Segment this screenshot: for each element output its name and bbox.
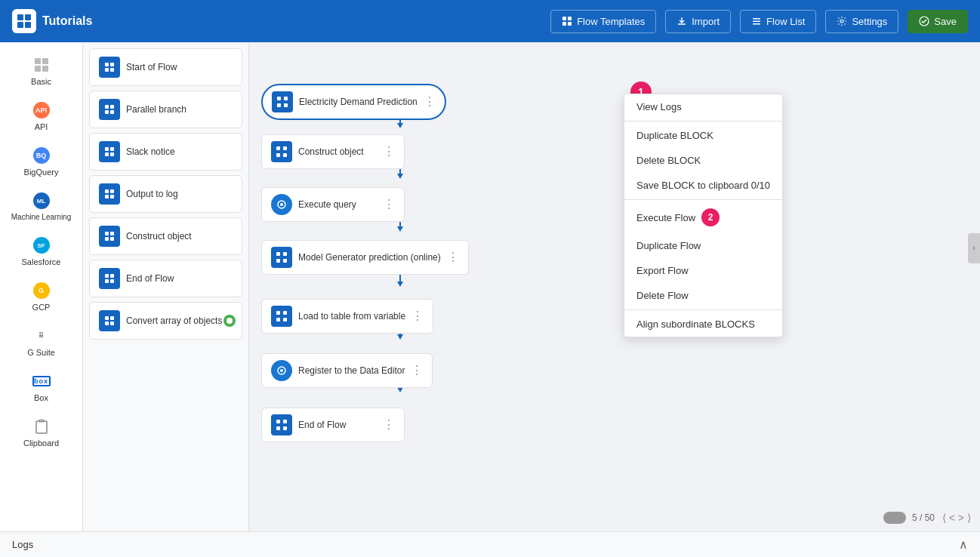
sidebar-item-box[interactable]: box Box — [0, 365, 82, 410]
svg-rect-28 — [110, 147, 114, 151]
menu-delete-flow[interactable]: Delete Flow — [624, 283, 782, 308]
menu-duplicate-flow[interactable]: Duplicate Flow — [624, 233, 782, 258]
svg-rect-80 — [276, 420, 280, 423]
node-end[interactable]: End of Flow ⋮ — [261, 408, 405, 442]
execute-query-label: Execute query — [298, 199, 377, 210]
block-parallel-branch[interactable]: Parallel branch — [89, 91, 242, 128]
svg-rect-10 — [753, 23, 760, 25]
sidebar-item-gcp[interactable]: G GCP — [0, 274, 82, 319]
prev-page-icon[interactable]: < — [949, 512, 955, 524]
last-page-icon[interactable]: ⟩ — [967, 512, 971, 524]
block-convert-array[interactable]: Convert array of objects — [89, 302, 242, 340]
svg-rect-73 — [283, 259, 287, 263]
sidebar-gcp-label: GCP — [32, 303, 51, 312]
svg-rect-67 — [283, 153, 287, 157]
execute-query-menu-dots[interactable]: ⋮ — [383, 198, 395, 211]
register-menu-dots[interactable]: ⋮ — [411, 365, 423, 377]
svg-rect-66 — [276, 153, 280, 157]
page-counter: 5 / 50 — [883, 512, 935, 524]
sidebar-clipboard-label: Clipboard — [23, 439, 59, 448]
svg-rect-9 — [753, 21, 760, 23]
menu-save-block-clipboard[interactable]: Save BLOCK to clipboard 0/10 — [624, 173, 782, 198]
end-of-flow-menu-dots[interactable]: ⋮ — [383, 419, 395, 431]
node-execute-query[interactable]: Execute query ⋮ — [261, 187, 405, 222]
menu-view-logs[interactable]: View Logs — [624, 94, 782, 119]
menu-delete-block[interactable]: Delete BLOCK — [624, 148, 782, 173]
node-construct1[interactable]: Construct object ⋮ — [261, 134, 405, 169]
construct1-menu-dots[interactable]: ⋮ — [383, 146, 395, 158]
svg-rect-44 — [110, 316, 114, 320]
svg-rect-36 — [110, 232, 114, 235]
svg-rect-60 — [277, 97, 281, 100]
sidebar-item-api[interactable]: API API — [0, 94, 82, 139]
api-icon: API — [32, 101, 51, 119]
svg-rect-71 — [283, 252, 287, 256]
sidebar-api-label: API — [35, 122, 48, 131]
page-info: 5 / 50 — [912, 512, 935, 523]
menu-align-blocks[interactable]: Align subordinate BLOCKS — [624, 312, 782, 337]
svg-rect-37 — [105, 237, 109, 241]
sidebar-item-machine-learning[interactable]: ML Machine Learning — [0, 184, 82, 229]
svg-rect-75 — [283, 311, 287, 315]
first-page-icon[interactable]: ⟨ — [942, 512, 946, 524]
save-button[interactable]: Save — [908, 10, 968, 33]
svg-rect-27 — [105, 147, 109, 151]
menu-execute-flow[interactable]: Execute Flow 2 — [624, 202, 782, 233]
context-menu: View Logs Duplicate BLOCK Delete BLOCK S… — [624, 94, 783, 337]
block-construct-object[interactable]: Construct object — [89, 217, 242, 255]
flow-templates-label: Flow Templates — [577, 16, 645, 27]
load-table-menu-dots[interactable]: ⋮ — [411, 310, 424, 322]
block-slack-notice[interactable]: Slack notice — [89, 133, 242, 171]
block-end-label: End of Flow — [126, 273, 174, 284]
svg-rect-26 — [110, 110, 114, 114]
block-start-label: Start of Flow — [126, 62, 177, 72]
logs-chevron-icon[interactable]: ∧ — [959, 537, 968, 552]
svg-marker-49 — [397, 123, 403, 128]
ml-icon: ML — [32, 192, 51, 210]
svg-rect-83 — [283, 426, 287, 430]
import-label: Import — [692, 16, 720, 27]
sidebar-item-gsuite[interactable]: ⠿ G Suite — [0, 319, 82, 365]
node-register[interactable]: Register to the Data Editor ⋮ — [261, 353, 433, 388]
toggle-pill[interactable] — [883, 512, 906, 524]
node-electricity[interactable]: Electricity Demand Prediction ⋮ — [261, 84, 446, 120]
model-gen-label: Model Generator prediction (online) — [298, 252, 441, 263]
electricity-menu-dots[interactable]: ⋮ — [424, 96, 436, 108]
menu-duplicate-block[interactable]: Duplicate BLOCK — [624, 123, 782, 148]
end-of-flow-icon — [271, 414, 292, 435]
svg-rect-22 — [110, 68, 114, 72]
sidebar-toggle[interactable]: › — [968, 233, 980, 263]
menu-export-flow[interactable]: Export Flow — [624, 258, 782, 283]
model-gen-menu-dots[interactable]: ⋮ — [447, 251, 459, 263]
svg-rect-43 — [105, 316, 109, 320]
badge-2-inline: 2 — [701, 208, 720, 226]
svg-rect-41 — [105, 279, 109, 283]
svg-rect-46 — [110, 322, 114, 325]
sidebar: Basic API API BQ BigQuery ML Machine Lea… — [0, 42, 83, 557]
construct-icon — [99, 226, 120, 247]
settings-button[interactable]: Settings — [825, 10, 898, 33]
sidebar-item-basic[interactable]: Basic — [0, 48, 82, 94]
import-button[interactable]: Import — [665, 10, 731, 33]
basic-icon — [32, 56, 51, 74]
sidebar-item-salesforce[interactable]: SF Salesforce — [0, 229, 82, 274]
salesforce-icon: SF — [32, 236, 51, 254]
flow-list-button[interactable]: Flow List — [740, 10, 816, 33]
construct1-icon — [271, 141, 292, 162]
node-model-gen[interactable]: Model Generator prediction (online) ⋮ — [261, 240, 469, 275]
next-page-icon[interactable]: > — [958, 512, 964, 524]
block-end-of-flow[interactable]: End of Flow — [89, 260, 242, 297]
canvas-area: 1 2 Electricity Demand Prediction ⋮ Cons… — [249, 42, 980, 557]
svg-marker-55 — [397, 282, 403, 287]
sidebar-item-clipboard[interactable]: Clipboard — [0, 410, 82, 455]
block-slack-label: Slack notice — [126, 146, 175, 157]
bigquery-icon: BQ — [32, 146, 51, 165]
register-icon — [271, 360, 292, 381]
divider-3 — [624, 309, 782, 310]
block-output-to-log[interactable]: Output to log — [89, 175, 242, 213]
node-load-table[interactable]: Load to table from variable ⋮ — [261, 299, 433, 334]
sidebar-item-bigquery[interactable]: BQ BigQuery — [0, 139, 82, 184]
flow-templates-button[interactable]: Flow Templates — [550, 10, 656, 33]
flow-list-label: Flow List — [766, 16, 805, 27]
block-start-of-flow[interactable]: Start of Flow — [89, 48, 242, 86]
